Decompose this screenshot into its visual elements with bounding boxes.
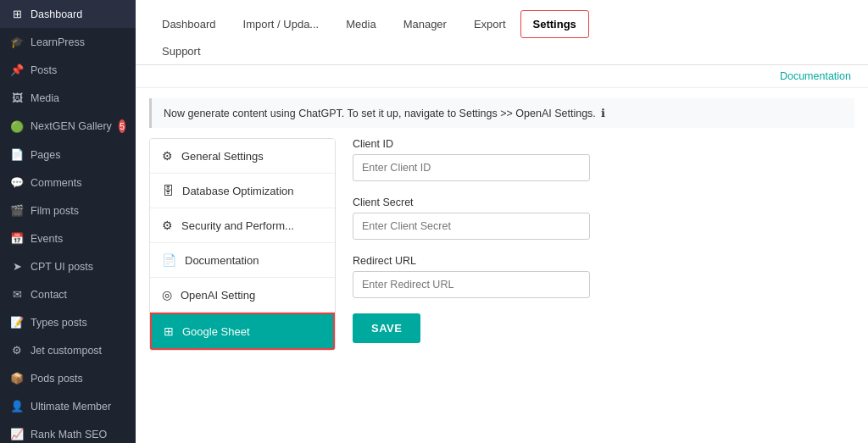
sidebar-label: Ultimate Member xyxy=(31,401,111,413)
tab-import-upda-[interactable]: Import / Upda... xyxy=(231,10,332,38)
sidebar-label: Media xyxy=(31,92,59,104)
sidebar-item-contact[interactable]: ✉ Contact xyxy=(0,280,136,308)
left-menu-item-google-sheet[interactable]: ⊞ Google Sheet xyxy=(150,313,335,350)
sidebar-item-pages[interactable]: 📄 Pages xyxy=(0,141,136,169)
sidebar-icon: 📝 xyxy=(10,316,24,329)
sidebar-icon: 📅 xyxy=(10,232,24,245)
sidebar-item-cpt-ui-posts[interactable]: ➤ CPT UI posts xyxy=(0,252,136,280)
sidebar-icon: 📈 xyxy=(10,428,24,440)
sidebar-item-events[interactable]: 📅 Events xyxy=(0,224,136,252)
tab-manager[interactable]: Manager xyxy=(391,10,459,38)
sidebar-label: Posts xyxy=(31,64,57,76)
left-menu-item-documentation[interactable]: 📄 Documentation xyxy=(150,243,335,278)
sidebar-item-film-posts[interactable]: 🎬 Film posts xyxy=(0,197,136,224)
sidebar-item-comments[interactable]: 💬 Comments xyxy=(0,169,136,197)
sidebar-label: Types posts xyxy=(31,317,87,329)
info-bar: Now generate content using ChatGPT. To s… xyxy=(149,98,854,128)
left-menu-item-general-settings[interactable]: ⚙ General Settings xyxy=(150,139,335,174)
sidebar-icon: 📦 xyxy=(10,372,24,385)
sidebar-label: Contact xyxy=(31,289,67,301)
save-button[interactable]: SAVE xyxy=(353,313,420,343)
sidebar-label: NextGEN Gallery xyxy=(31,120,112,132)
sidebar-item-nextgen-gallery[interactable]: 🟢 NextGEN Gallery 5 xyxy=(0,112,136,141)
sidebar-item-jet-custompost[interactable]: ⚙ Jet custompost xyxy=(0,336,136,364)
menu-label: Security and Perform... xyxy=(181,219,294,232)
tab-media[interactable]: Media xyxy=(333,10,388,38)
sidebar-label: Pods posts xyxy=(31,373,83,385)
left-menu-item-openai-setting[interactable]: ◎ OpenAI Setting xyxy=(150,278,335,313)
menu-icon: 📄 xyxy=(162,253,176,267)
sidebar-label: CPT UI posts xyxy=(31,261,93,273)
sidebar-item-posts[interactable]: 📌 Posts xyxy=(0,56,136,84)
sidebar-item-rank-math-seo[interactable]: 📈 Rank Math SEO xyxy=(0,420,136,443)
sidebar-icon: ⚙ xyxy=(10,344,24,357)
sidebar-icon: 🎬 xyxy=(10,204,24,217)
right-panel: Client ID Client Secret Redirect URL SAV… xyxy=(336,138,854,429)
sidebar-label: Film posts xyxy=(31,205,79,217)
sidebar-label: Dashboard xyxy=(31,8,82,20)
menu-icon: ⊞ xyxy=(164,324,174,338)
client-secret-input[interactable] xyxy=(353,213,590,240)
main-content: DashboardImport / Upda...MediaManagerExp… xyxy=(136,0,868,443)
tab-dashboard[interactable]: Dashboard xyxy=(149,10,229,38)
menu-label: General Settings xyxy=(181,150,264,163)
redirect-url-label: Redirect URL xyxy=(353,255,837,267)
left-menu-item-database-optimization[interactable]: 🗄 Database Optimization xyxy=(150,174,335,208)
sidebar-item-ultimate-member[interactable]: 👤 Ultimate Member xyxy=(0,392,136,420)
info-icon: ℹ xyxy=(601,107,605,119)
left-menu-item-security-and-perform-[interactable]: ⚙ Security and Perform... xyxy=(150,208,335,243)
tab-settings[interactable]: Settings xyxy=(520,10,589,38)
redirect-url-group: Redirect URL xyxy=(353,255,837,298)
menu-label: Google Sheet xyxy=(182,325,250,338)
menu-label: OpenAI Setting xyxy=(181,289,255,302)
sidebar-icon: 🟢 xyxy=(10,120,24,133)
tab-export[interactable]: Export xyxy=(461,10,519,38)
redirect-url-input[interactable] xyxy=(353,271,590,298)
menu-icon: 🗄 xyxy=(162,184,174,197)
sidebar-icon: ✉ xyxy=(10,288,24,301)
client-id-input[interactable] xyxy=(353,154,590,181)
sidebar-label: Rank Math SEO xyxy=(31,429,107,440)
sidebar-badge: 5 xyxy=(119,119,125,133)
sidebar-label: Comments xyxy=(31,177,81,189)
client-id-label: Client ID xyxy=(353,138,837,150)
content-area: ⚙ General Settings🗄 Database Optimizatio… xyxy=(136,138,868,443)
sidebar-label: LearnPress xyxy=(31,36,85,48)
sidebar-icon: 🖼 xyxy=(10,91,24,104)
menu-icon: ⚙ xyxy=(162,149,173,163)
sidebar-icon: 💬 xyxy=(10,176,24,189)
sidebar-label: Events xyxy=(31,233,63,245)
sidebar-item-dashboard[interactable]: ⊞ Dashboard xyxy=(0,0,136,28)
sidebar-item-media[interactable]: 🖼 Media xyxy=(0,84,136,112)
sidebar-icon: 📌 xyxy=(10,64,24,76)
documentation-link[interactable]: Documentation xyxy=(136,65,868,88)
sidebar-item-pods-posts[interactable]: 📦 Pods posts xyxy=(0,364,136,392)
sidebar-label: Jet custompost xyxy=(31,345,102,357)
info-text: Now generate content using ChatGPT. To s… xyxy=(164,108,596,119)
sidebar-icon: 👤 xyxy=(10,400,24,413)
sidebar-item-types-posts[interactable]: 📝 Types posts xyxy=(0,308,136,336)
menu-label: Documentation xyxy=(185,254,259,267)
menu-icon: ⚙ xyxy=(162,219,173,232)
left-menu: ⚙ General Settings🗄 Database Optimizatio… xyxy=(149,138,336,351)
menu-icon: ◎ xyxy=(162,288,172,302)
sidebar-item-learnpress[interactable]: 🎓 LearnPress xyxy=(0,28,136,56)
client-secret-label: Client Secret xyxy=(353,197,837,208)
sidebar-icon: 📄 xyxy=(10,148,24,161)
client-id-group: Client ID xyxy=(353,138,837,181)
sidebar-label: Pages xyxy=(31,149,60,161)
sidebar-icon: ⊞ xyxy=(10,8,24,20)
tab-support[interactable]: Support xyxy=(149,37,853,65)
sidebar-icon: 🎓 xyxy=(10,36,24,48)
client-secret-group: Client Secret xyxy=(353,197,837,240)
top-tabs: DashboardImport / Upda...MediaManagerExp… xyxy=(136,0,868,65)
sidebar: ⊞ Dashboard 🎓 LearnPress 📌 Posts 🖼 Media… xyxy=(0,0,136,443)
sidebar-icon: ➤ xyxy=(10,260,24,273)
menu-label: Database Optimization xyxy=(182,185,294,197)
